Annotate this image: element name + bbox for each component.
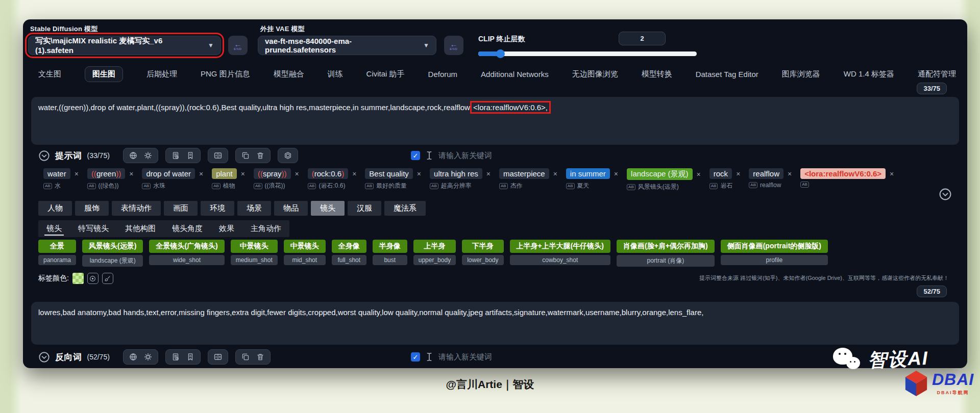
model-paste-button[interactable]: ← END: [228, 36, 248, 55]
bookmark-icon[interactable]: [186, 151, 194, 160]
main-tab-2[interactable]: 图生图: [85, 66, 123, 82]
category-tab-1[interactable]: 人物: [38, 201, 72, 216]
globe-icon[interactable]: [129, 353, 137, 361]
category-tab-6[interactable]: 场景: [237, 201, 271, 216]
main-tab-3[interactable]: 后期处理: [146, 67, 177, 82]
copy-icon[interactable]: [241, 353, 250, 361]
color-swatch[interactable]: [72, 273, 84, 284]
main-tab-8[interactable]: Deforum: [428, 67, 458, 81]
remove-tag-icon[interactable]: ×: [553, 170, 557, 178]
tag-pill-2[interactable]: ((green)): [87, 168, 125, 179]
sub-tab-3[interactable]: 其他构图: [117, 220, 164, 237]
main-tab-6[interactable]: 训练: [328, 67, 343, 82]
tag-pill-13[interactable]: realflow: [749, 168, 783, 179]
category-tab-4[interactable]: 画面: [164, 201, 198, 216]
category-tab-3[interactable]: 表情动作: [112, 201, 161, 216]
sub-tab-4[interactable]: 镜头角度: [164, 220, 211, 237]
remove-tag-icon[interactable]: ×: [75, 170, 79, 178]
new-keyword-input[interactable]: 请输入新关键词: [438, 151, 492, 161]
remove-tag-icon[interactable]: ×: [417, 170, 421, 178]
shot-button-label[interactable]: 全景镜头(广角镜头): [149, 240, 224, 253]
sub-tab-5[interactable]: 效果: [211, 220, 242, 237]
translate-icon[interactable]: AB: [214, 151, 222, 160]
vae-paste-button[interactable]: ← END: [444, 36, 463, 55]
shot-button-label[interactable]: 肖像画(脸+肩+偶尔再加胸): [617, 240, 715, 253]
tag-pill-9[interactable]: masterpiece: [499, 168, 549, 179]
category-tab-9[interactable]: 汉服: [348, 201, 381, 216]
main-tab-11[interactable]: 模型转换: [642, 67, 672, 82]
remove-tag-icon[interactable]: ×: [199, 170, 203, 178]
sub-tab-1[interactable]: 镜头: [38, 220, 70, 237]
tag-pill-3[interactable]: drop of water: [142, 168, 195, 179]
shot-button-label[interactable]: 全景: [38, 240, 76, 253]
main-tab-14[interactable]: WD 1.4 标签器: [844, 67, 894, 82]
main-tab-1[interactable]: 文生图: [38, 67, 61, 82]
shot-button-label[interactable]: 全身像: [332, 240, 366, 253]
prompt-textarea[interactable]: water,((green)),drop of water,plant,((sp…: [31, 97, 959, 145]
shot-button-label[interactable]: 中景镜头: [231, 240, 278, 253]
document-icon[interactable]: [172, 151, 180, 160]
remove-tag-icon[interactable]: ×: [890, 170, 894, 178]
vae-model-dropdown[interactable]: vae-ft-mse-840000-ema-pruned.safetensors…: [258, 36, 436, 55]
remove-tag-icon[interactable]: ×: [129, 170, 133, 178]
main-tab-5[interactable]: 模型融合: [274, 67, 304, 82]
main-tab-10[interactable]: 无边图像浏览: [572, 67, 618, 82]
remove-tag-icon[interactable]: ×: [295, 170, 299, 178]
remove-tag-icon[interactable]: ×: [736, 170, 740, 178]
shot-button-label[interactable]: 下半身: [462, 240, 503, 253]
tag-pill-8[interactable]: ultra high res: [430, 168, 482, 179]
tag-pill-11[interactable]: landscape (景观): [627, 168, 693, 180]
tag-pill-4[interactable]: plant: [212, 168, 237, 179]
clip-skip-value[interactable]: 2: [619, 32, 666, 45]
collapse-chevron-icon[interactable]: [38, 351, 50, 363]
remove-tag-icon[interactable]: ×: [241, 170, 245, 178]
tag-pill-10[interactable]: in summer: [566, 168, 610, 179]
expand-tags-icon[interactable]: [939, 188, 952, 201]
main-tab-4[interactable]: PNG 图片信息: [201, 67, 250, 82]
category-tab-5[interactable]: 环境: [201, 201, 234, 216]
category-tab-2[interactable]: 服饰: [75, 201, 109, 216]
brush-icon[interactable]: [102, 273, 113, 284]
translate-icon[interactable]: AB: [214, 353, 222, 361]
new-keyword-input[interactable]: 请输入新关键词: [438, 352, 492, 362]
tag-pill-12[interactable]: rock: [709, 168, 732, 179]
remove-tag-icon[interactable]: ×: [352, 170, 356, 178]
sd-model-dropdown[interactable]: 写实\majicMIX realistic 麦橘写实_v6 (1).safete…: [28, 36, 221, 55]
bookmark-icon[interactable]: [186, 353, 194, 361]
sub-tab-2[interactable]: 特写镜头: [70, 220, 117, 237]
trash-icon[interactable]: [256, 353, 264, 361]
category-tab-7[interactable]: 物品: [274, 201, 308, 216]
reset-color-icon[interactable]: [87, 273, 99, 284]
tag-pill-7[interactable]: Best quality: [365, 168, 413, 179]
shot-button-label[interactable]: 侧面肖像画(portrait的侧脸版): [721, 240, 828, 253]
copy-icon[interactable]: [241, 151, 250, 160]
shot-button-label[interactable]: 上半身: [413, 240, 456, 253]
main-tab-7[interactable]: Civitai 助手: [366, 67, 405, 82]
collapse-chevron-icon[interactable]: [38, 150, 50, 162]
gear-icon[interactable]: [144, 353, 152, 361]
shot-button-label[interactable]: 上半身+上半大腿(牛仔镜头): [510, 240, 611, 253]
tag-pill-6[interactable]: (rock:0.6): [308, 168, 348, 179]
tag-pill-5[interactable]: ((spray)): [254, 168, 291, 179]
trash-icon[interactable]: [256, 151, 264, 160]
category-tab-8[interactable]: 镜头: [311, 201, 345, 216]
remove-tag-icon[interactable]: ×: [697, 170, 701, 178]
globe-icon[interactable]: [129, 151, 137, 160]
remove-tag-icon[interactable]: ×: [614, 170, 618, 178]
clip-skip-slider[interactable]: [478, 51, 697, 56]
document-icon[interactable]: [172, 353, 180, 361]
ai-spiral-icon[interactable]: [284, 151, 292, 160]
keyword-checkbox[interactable]: ✓: [411, 352, 420, 362]
shot-button-label[interactable]: 中景镜头: [284, 240, 326, 253]
main-tab-13[interactable]: 图库浏览器: [782, 67, 820, 82]
gear-icon[interactable]: [144, 151, 152, 160]
remove-tag-icon[interactable]: ×: [788, 170, 792, 178]
shot-button-label[interactable]: 半身像: [373, 240, 407, 253]
slider-handle[interactable]: [496, 49, 505, 58]
negative-prompt-textarea[interactable]: lowres,bad anatomy,bad hands,text,error,…: [31, 302, 959, 345]
keyword-checkbox[interactable]: ✓: [411, 151, 420, 160]
main-tab-12[interactable]: Dataset Tag Editor: [696, 67, 758, 81]
sub-tab-6[interactable]: 主角动作: [242, 220, 289, 237]
main-tab-15[interactable]: 通配符管理: [918, 67, 956, 82]
shot-button-label[interactable]: 风景镜头(远景): [82, 240, 143, 253]
